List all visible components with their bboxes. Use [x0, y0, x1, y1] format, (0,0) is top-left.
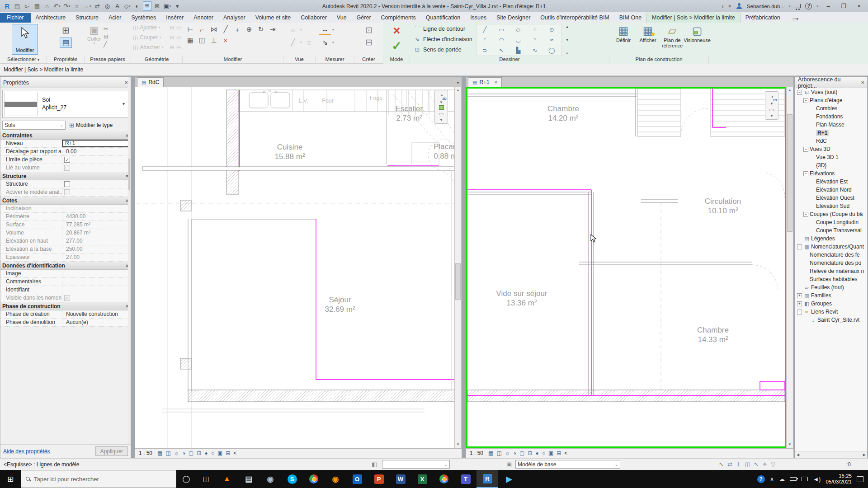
ribbon-tab-annoter[interactable]: Annoter	[189, 13, 218, 23]
taskbar-app-excel[interactable]: X	[411, 470, 433, 488]
draw-expand-icon[interactable]: ≡	[566, 51, 569, 55]
material-browser-icon[interactable]: ⊞	[62, 25, 70, 36]
ribbon-tab-fichier[interactable]: Fichier	[0, 13, 31, 23]
select-links-icon[interactable]: ⇄	[727, 461, 732, 468]
temporary-view-properties-icon[interactable]: ▣	[548, 450, 553, 456]
minimize-button[interactable]: –	[823, 3, 834, 9]
network-icon[interactable]	[802, 477, 808, 481]
drag-on-selection-icon[interactable]: ↖	[754, 461, 759, 468]
reveal-hidden-icon[interactable]: ○	[211, 450, 214, 456]
tree-item-coupes-coupe-du-b[interactable]: −Coupes (Coupe du bâ	[795, 210, 867, 218]
crop-view-icon[interactable]: ▢	[519, 450, 524, 456]
temporary-view-properties-icon[interactable]: ▣	[217, 450, 222, 456]
ribbon-tab-volume-et-site[interactable]: Volume et site	[250, 13, 296, 23]
scroll-right-icon[interactable]: ▶	[863, 453, 866, 457]
measure-icon[interactable]: ↔	[319, 24, 331, 35]
ribbon-tab-bim-one[interactable]: BIM One	[614, 13, 646, 23]
render-icon[interactable]: ◐	[133, 1, 142, 11]
default-3d-view-icon[interactable]: ◇▾	[123, 1, 132, 11]
properties-help-link[interactable]: Aide des propriétés	[3, 448, 50, 455]
tree-item-vues-tout[interactable]: −⊡Vues (tout)	[795, 88, 867, 96]
shadows-icon[interactable]: ◑	[182, 450, 185, 456]
workplane-afficher-button[interactable]: ▦ Afficher	[637, 23, 659, 56]
text-icon[interactable]: A	[113, 1, 122, 11]
detail-level-icon[interactable]: ▦	[157, 450, 162, 456]
checkbox-visible-dans-les-nomen[interactable]: ✓	[64, 295, 70, 301]
visual-style-icon[interactable]: ◫	[165, 450, 170, 456]
user-avatar-icon[interactable]	[736, 3, 742, 9]
tree-item-3d[interactable]: {3D}	[795, 161, 867, 169]
geometry-ajuster-button[interactable]: ◫Ajuster▾ ⊞⊟	[131, 23, 183, 33]
home-icon[interactable]: ⌂	[42, 1, 52, 11]
ribbon-tab-site-designer[interactable]: Site Designer	[491, 13, 535, 23]
close-button[interactable]: ×	[854, 3, 864, 9]
switch-windows-icon[interactable]: ▣▾	[163, 1, 172, 11]
select-underlay-icon[interactable]: ◫	[745, 461, 750, 468]
prop-value-phase-de-d-molition[interactable]: Aucun(e)	[64, 319, 131, 326]
category-filter-combo[interactable]: Sols⌄	[2, 121, 66, 130]
checkbox-limite-de-pi-ce[interactable]: ✓	[64, 157, 70, 163]
drawing-canvas-rdc[interactable]: Cuisine15.88 m²Escalier2.73 m²Placard0.8…	[135, 87, 455, 448]
prop-value-image[interactable]	[64, 270, 131, 277]
show-crop-icon[interactable]: ⊡	[197, 450, 201, 456]
tree-item-el-vation-ouest[interactable]: Elévation Ouest	[795, 194, 867, 202]
geometry-extra-icon[interactable]: ⊟	[176, 44, 181, 51]
tree-expander-icon[interactable]: +	[797, 293, 802, 298]
ribbon-tab-syst-mes[interactable]: Systèmes	[126, 13, 161, 23]
scroll-left-icon[interactable]: ◀	[797, 453, 799, 457]
draw-tool-icon-0[interactable]: ╱	[476, 24, 493, 34]
dimension-icon[interactable]: ↔▾	[82, 1, 92, 11]
ribbon-tab-compl-ments[interactable]: Compléments	[376, 13, 421, 23]
draw-ligne-de-contour-button[interactable]: ⌒Ligne de contour	[414, 24, 472, 33]
cortana-icon[interactable]: ◯	[176, 475, 196, 483]
tree-item-plan-masse[interactable]: Plan Masse	[795, 121, 867, 129]
properties-close-icon[interactable]: ×	[124, 79, 128, 86]
taskbar-app-media-player[interactable]: ▶	[498, 470, 520, 488]
print-icon[interactable]: ≡	[72, 1, 81, 11]
cutaway-icon[interactable]: ≡	[303, 37, 315, 48]
ribbon-tab-issues[interactable]: Issues	[465, 13, 491, 23]
draw-tool-icon-6[interactable]: ◠	[493, 35, 510, 45]
align-icon[interactable]: ⊢	[184, 24, 196, 35]
tree-expander-icon[interactable]: −	[797, 244, 802, 249]
taskbar-app-revit[interactable]: R	[476, 470, 498, 488]
zoom-icon[interactable]: ▭	[439, 111, 443, 117]
taskbar-app-steam[interactable]: ◉	[259, 470, 281, 488]
tab-overflow-chevron-icon[interactable]: ▼	[456, 81, 460, 85]
draw-tool-icon-4[interactable]: ⊙	[543, 24, 560, 34]
crop-view-icon[interactable]: ▢	[189, 450, 193, 456]
undo-icon[interactable]: ↶▾	[52, 1, 61, 11]
browser-close-icon[interactable]: ×	[861, 79, 864, 86]
shadows-icon[interactable]: ◑	[513, 450, 516, 456]
geometry-extra-icon[interactable]: ⊟	[176, 24, 181, 31]
sun-path-icon[interactable]: ☼	[505, 450, 510, 456]
redo-icon[interactable]: ↷▾	[62, 1, 71, 11]
worksets-icon[interactable]: ◧	[372, 461, 377, 468]
tree-item-surfaces-habitables[interactable]: Surfaces habitables	[795, 275, 867, 283]
navigation-bar[interactable]: ◔2D ▼ ▭ ▼	[765, 91, 778, 120]
tree-expander-icon[interactable]: −	[803, 212, 808, 217]
tree-expander-icon[interactable]: +	[797, 301, 802, 306]
geometry-extra-icon[interactable]: ⊞	[170, 44, 174, 51]
filter-icon[interactable]: ▽	[771, 461, 775, 468]
paste-button[interactable]: ▣ Coller ▾	[87, 24, 101, 54]
create-group-icon[interactable]: ⊡	[365, 25, 373, 35]
tree-item-groupes[interactable]: +◧Groupes	[795, 300, 867, 308]
temporary-hide-isolate-icon[interactable]: ●	[204, 450, 208, 456]
draw-tool-icon-13[interactable]: ∿	[527, 45, 543, 55]
mirror-draw-icon[interactable]: ╱	[220, 24, 231, 35]
help-icon[interactable]: ?	[805, 3, 812, 9]
draw-sens-de-port-e-button[interactable]: ⊡Sens de portée	[414, 45, 472, 54]
draw-tool-icon-8[interactable]: ◝	[527, 35, 543, 45]
prop-value-identifiant[interactable]	[64, 286, 131, 294]
prop-section-donn-es-d-identification[interactable]: Données d'identification»	[0, 262, 131, 270]
navbar-chevron-icon[interactable]: ▼	[439, 100, 443, 104]
ribbon-tab-analyser[interactable]: Analyser	[218, 13, 250, 23]
ribbon-tab-modifier-sols-modifier-la-limite[interactable]: Modifier | Sols > Modifier la limite	[646, 13, 741, 23]
prop-section-cotes[interactable]: Cotes»	[0, 197, 131, 205]
customize-qat-icon[interactable]: ▾	[173, 1, 182, 11]
create-assembly-icon[interactable]: ⊟	[365, 37, 373, 47]
draw-tool-icon-7[interactable]: ◡	[510, 35, 527, 45]
zoom-chevron-icon[interactable]: ▼	[439, 118, 443, 122]
action-center-icon[interactable]	[857, 476, 863, 482]
